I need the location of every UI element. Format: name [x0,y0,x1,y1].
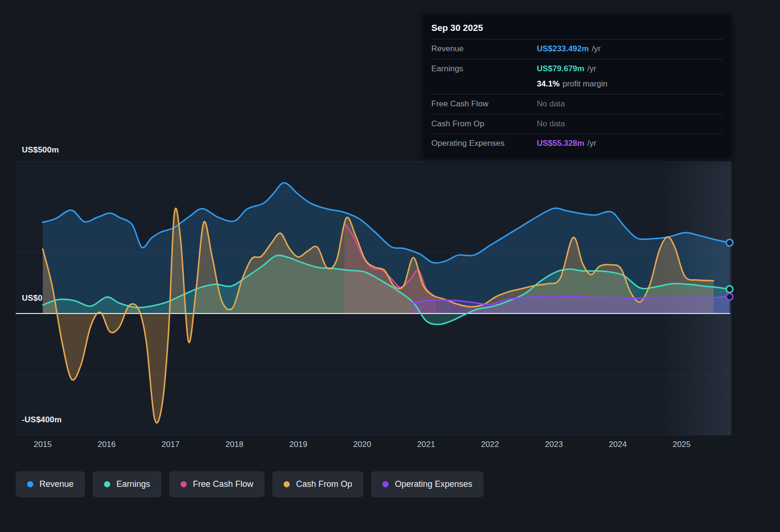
legend-item-revenue[interactable]: Revenue [16,471,85,497]
legend-label: Earnings [116,479,150,489]
tooltip-row-value: No data [537,98,723,110]
legend-label: Operating Expenses [395,479,472,489]
legend-item-free-cash-flow[interactable]: Free Cash Flow [169,471,265,497]
tooltip-row-cash-from-op: Cash From OpNo data [431,114,723,134]
x-tick-label: 2023 [545,440,563,449]
x-tick-label: 2020 [353,440,371,449]
profit-margin-line: 34.1%profit margin [537,75,723,90]
legend-item-cash-from-op[interactable]: Cash From Op [272,471,363,497]
tooltip-row-label: Cash From Op [431,118,537,130]
x-tick-label: 2016 [98,440,116,449]
x-tick-label: 2018 [226,440,244,449]
tooltip-row-label: Earnings [431,63,537,90]
y-axis-label-top: US$500m [22,145,59,155]
legend-dot-earnings [104,481,110,487]
x-tick-label: 2021 [417,440,435,449]
chart-tooltip: Sep 30 2025 RevenueUS$233.492m/yrEarning… [423,14,732,157]
x-tick-label: 2024 [609,440,627,449]
chart-legend: RevenueEarningsFree Cash FlowCash From O… [16,471,484,497]
tooltip-row-operating-expenses: Operating ExpensesUS$55.328m/yr [431,133,723,153]
tooltip-rows: RevenueUS$233.492m/yrEarningsUS$79.679m/… [431,39,723,153]
legend-label: Cash From Op [296,479,352,489]
legend-label: Revenue [39,479,74,489]
tooltip-row-label: Operating Expenses [431,138,537,150]
legend-item-operating-expenses[interactable]: Operating Expenses [371,471,484,497]
tooltip-row-earnings: EarningsUS$79.679m/yr34.1%profit margin [431,59,723,94]
legend-label: Free Cash Flow [193,479,253,489]
legend-dot-free-cash-flow [181,481,187,487]
x-tick-label: 2025 [673,440,691,449]
legend-dot-revenue [27,481,33,487]
tooltip-date: Sep 30 2025 [431,20,723,39]
operating-expenses-end-marker [726,294,733,300]
legend-dot-operating-expenses [382,481,389,487]
legend-item-earnings[interactable]: Earnings [93,471,162,497]
tooltip-row-label: Revenue [431,43,537,55]
earnings-end-marker [726,286,733,293]
x-tick-label: 2015 [34,440,52,449]
tooltip-row-value: No data [537,118,723,130]
x-tick-label: 2022 [481,440,499,449]
x-tick-label: 2019 [289,440,307,449]
tooltip-row-free-cash-flow: Free Cash FlowNo data [431,94,723,114]
y-axis-label-zero: US$0 [22,294,42,303]
tooltip-row-value: US$233.492m/yr [537,43,723,55]
revenue-end-marker [726,239,733,246]
y-axis-label-bottom: -US$400m [22,415,62,425]
tooltip-row-label: Free Cash Flow [431,98,537,110]
legend-dot-cash-from-op [284,481,290,487]
tooltip-row-value: US$79.679m/yr34.1%profit margin [537,63,723,90]
tooltip-row-revenue: RevenueUS$233.492m/yr [431,39,723,59]
x-tick-label: 2017 [162,440,180,449]
tooltip-row-value: US$55.328m/yr [537,138,723,150]
